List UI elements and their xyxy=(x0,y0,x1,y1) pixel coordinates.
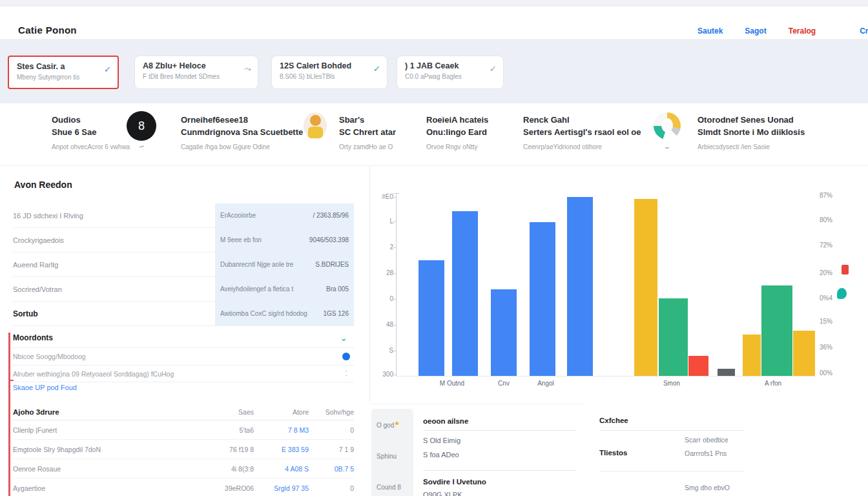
detail-row: Crockyrigaedois M 9eee eb fon 9046/503.3… xyxy=(13,228,354,253)
stat-card-title: Stes Casir. a xyxy=(17,62,110,71)
feature-subtitle: Anpot ohvecAcror 6 vwhwa xyxy=(52,143,130,150)
brand-title: Catie Ponon xyxy=(18,25,77,36)
panel-header: oeoon ailsne xyxy=(423,417,468,425)
stat-card-subtitle: 8.S06 S) bLlesTBls xyxy=(280,73,379,80)
column-header: Saes xyxy=(205,408,254,416)
list-item: S Old Eimig xyxy=(423,437,460,444)
list-item: O90G XLPK xyxy=(423,491,462,496)
y-axis-tick xyxy=(393,222,397,222)
column-header: Atore xyxy=(254,408,309,416)
accordion-row[interactable]: Moordonts ⌄ xyxy=(13,329,354,346)
chart-bar xyxy=(659,298,688,376)
x-axis-category-label: Smon xyxy=(645,380,699,387)
blue-dot-icon[interactable] xyxy=(342,353,350,360)
left-panel-title: Avon Reedon xyxy=(14,180,72,190)
nav-link-3[interactable]: Teralog xyxy=(789,26,816,36)
column-header: Sohv/hge xyxy=(309,408,354,416)
nav-link-2[interactable]: Sagot xyxy=(745,26,766,36)
detail-value: / 2363.85/96 xyxy=(313,212,349,219)
stat-card-3[interactable]: 12S Calert Bohded 8.S06 S) bLlesTBls ✓ xyxy=(271,56,388,89)
x-axis-line xyxy=(396,376,817,377)
show-report-link[interactable]: Skaoe UP pod Foud xyxy=(13,384,77,391)
chart-bar xyxy=(718,369,735,376)
caret-mark-icon xyxy=(140,145,144,148)
check-icon: ✓ xyxy=(104,65,111,74)
row-value: 4 A08 S xyxy=(254,465,309,473)
chart-bar xyxy=(567,197,593,376)
chart-bar xyxy=(530,222,555,376)
y-axis-tick-label: 300 xyxy=(371,371,393,378)
y-axis-tick-label: 48 xyxy=(371,321,393,328)
tab-label: Cound 8 xyxy=(377,484,401,491)
more-dots-icon[interactable]: ⁚ xyxy=(346,369,348,378)
y-axis-tick xyxy=(393,299,397,300)
x-axis-category-label: Angol xyxy=(519,380,573,387)
divider xyxy=(599,471,745,471)
feature-title-line2: SC Chrert atar xyxy=(339,127,396,137)
y-axis-tick xyxy=(393,247,397,248)
divider xyxy=(423,430,577,431)
toggle-row[interactable]: Nbicoe Soogg/Mbodoog xyxy=(13,347,354,365)
nav-link-1[interactable]: Sautek xyxy=(698,26,723,36)
row-label: Tliestos xyxy=(599,449,627,457)
bar-chart-panel: #E0L228048S30087%80%72%20%0%415%36%00%M … xyxy=(371,167,868,403)
detail-value: 1GS 126 xyxy=(324,310,349,317)
y-axis-tick xyxy=(393,351,397,351)
feature-subtitle: Orty zamdHo ae O xyxy=(339,143,396,150)
feature-title: Sbar's xyxy=(339,115,364,125)
feature-subtitle: Orvoe Rngv oNtty xyxy=(426,143,488,150)
chart-bar xyxy=(634,199,657,376)
bottom-right-panel: Cxfchee Tliestos Scarr obedtice Oarrrofs… xyxy=(597,404,868,496)
trend-icon: ⤳ xyxy=(245,64,251,74)
feature-item-3: Sbar's SC Chrert atar Orty zamdHo ae O xyxy=(339,114,396,150)
feature-item-5: Renck Gahl Serters Aertisgl's rsaol eol … xyxy=(523,114,641,150)
table-row: Clienlp |Funert 5'ta6 7 8 M3 0 xyxy=(13,420,354,440)
summary-table-title: Ajoho 3drure xyxy=(13,408,205,416)
list-item: Sovdire I Uvetuno xyxy=(423,478,486,486)
detail-label: 16 JD sdchexi I Rlving xyxy=(13,212,215,220)
pie-chart-icon xyxy=(654,112,681,140)
person-avatar-icon xyxy=(304,112,327,140)
feature-subtitle: Cagatie /hga bow Ggure Odine xyxy=(181,143,303,150)
detail-value: S.BDRIJES xyxy=(315,261,349,268)
chevron-down-icon[interactable]: ⌄ xyxy=(340,333,347,343)
toggle-label: Alruber wethiog)na 09 Retyoaeol Sorddaga… xyxy=(13,370,174,378)
toggle-row[interactable]: Alruber wethiog)na 09 Retyoaeol Sorddaga… xyxy=(13,365,354,382)
detail-key: Awtiomba CoxC sig/rd hdodog xyxy=(220,310,307,317)
bottom-center-panel: O god Sphinu Cound 8 oeoon ailsne S Old … xyxy=(371,404,584,496)
stat-card-4[interactable]: ) 1 JAB Ceaek C0.0 aPwag Bagles ✓ xyxy=(397,56,504,89)
y-axis-tick-label: 28 xyxy=(371,269,393,276)
tab-label: Sphinu xyxy=(377,453,397,460)
stat-card-1[interactable]: Stes Casir. a Mbeny Sutymgrron tis ✓ xyxy=(8,56,119,89)
tab-3[interactable]: Cound 8 xyxy=(377,484,401,491)
stat-card-subtitle: C0.0 aPwag Bagles xyxy=(405,73,495,80)
panel-divider xyxy=(369,167,370,402)
table-row: Aygaertioe 39eRO06 Srgld 97 35 0 xyxy=(13,479,354,496)
detail-key: Dubanrecntl Njge aole tre xyxy=(220,261,293,268)
y-axis-tick xyxy=(393,197,397,198)
detail-key: ErAcooiorbe xyxy=(220,212,256,219)
footer-text: Smg dho ebvO xyxy=(685,484,730,491)
row-label: Emgtoole Slry 9hapgdil 7doN xyxy=(13,446,205,453)
feature-title-line2: Shue 6 Sae xyxy=(52,127,96,137)
row-value: 0 xyxy=(309,484,354,492)
stat-card-2[interactable]: A8 Zblu+ Heloce F tDit Bres Mondet SDmes… xyxy=(134,56,258,89)
row-value: 5'ta6 xyxy=(205,426,254,434)
row-value: 4i 8(3:8 xyxy=(205,465,254,473)
detail-key: M 9eee eb fon xyxy=(220,236,262,243)
yellow-dot-icon xyxy=(395,422,398,425)
stat-card-title: A8 Zblu+ Heloce xyxy=(143,61,250,70)
check-icon: ✓ xyxy=(490,64,497,74)
row-value: E 383 59 xyxy=(254,446,309,453)
tab-1[interactable]: O god xyxy=(377,422,398,429)
row-value: Scarr obedtice xyxy=(685,436,728,444)
nav-link-4[interactable]: Cronyp Cuen xyxy=(860,26,868,36)
tab-2[interactable]: Sphinu xyxy=(377,453,397,460)
stat-card-title: ) 1 JAB Ceaek xyxy=(405,61,495,70)
row-value: 39eRO06 xyxy=(205,484,254,492)
tab-sidebar: O god Sphinu Cound 8 xyxy=(371,409,413,496)
check-icon: ✓ xyxy=(373,64,380,74)
x-axis-category-label: M Outnd xyxy=(425,380,479,387)
feature-title-line2: Slmdt Snorte i Mo diiklosis xyxy=(698,127,805,137)
detail-row: Sortub Awtiomba CoxC sig/rd hdodog 1GS 1… xyxy=(13,302,354,326)
